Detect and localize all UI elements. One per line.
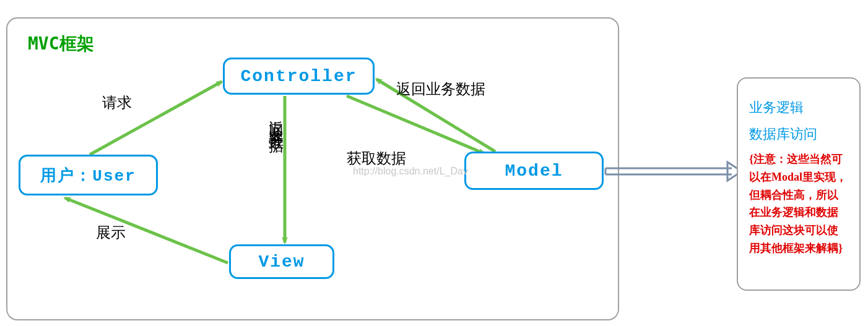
note-body: {注意：这些当然可以在Modal里实现，但耦合性高，所以在业务逻辑和数据库访问这… (749, 150, 848, 257)
watermark: http://blog.csdn.net/L_Dav (353, 166, 468, 177)
label-request: 请求 (102, 93, 132, 113)
node-model: Model (464, 152, 604, 190)
label-return-biz-vertical: 返回业务数据 (266, 108, 286, 131)
node-view-label: View (258, 252, 305, 272)
node-user: 用户：User (19, 155, 158, 195)
frame-title: MVC框架 (28, 32, 94, 56)
node-view: View (229, 244, 334, 279)
note-title-1: 业务逻辑 (749, 97, 848, 118)
node-controller-label: Controller (240, 67, 357, 86)
node-user-label: 用户：User (40, 165, 136, 186)
note-title-2: 数据库访问 (749, 124, 848, 144)
label-display: 展示 (96, 223, 126, 242)
node-model-label: Model (505, 161, 563, 181)
note-box: 业务逻辑 数据库访问 {注意：这些当然可以在Modal里实现，但耦合性高，所以在… (737, 77, 861, 291)
node-controller: Controller (223, 58, 375, 95)
label-return-biz: 返回业务数据 (396, 79, 485, 99)
